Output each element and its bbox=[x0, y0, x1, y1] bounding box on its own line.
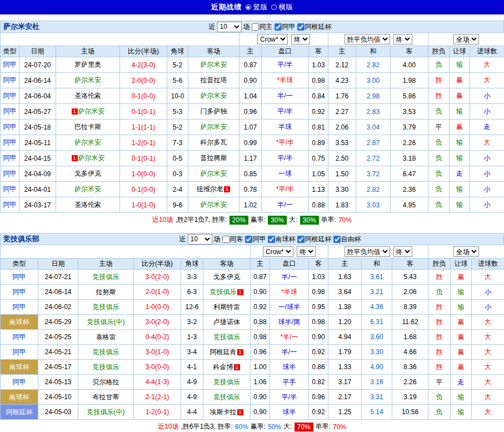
away-team-name: 竞技俱乐 bbox=[213, 378, 240, 386]
scope-select[interactable]: 全场 bbox=[453, 246, 479, 257]
match-count-select[interactable]: 10 bbox=[188, 234, 212, 245]
filter-checkbox[interactable] bbox=[222, 236, 229, 243]
home-team: 萨尔米安 bbox=[56, 73, 120, 88]
home-odds: 0.85 bbox=[239, 166, 262, 182]
handicap-line: 平/半 bbox=[262, 104, 309, 120]
handicap-result-cell: 输 bbox=[450, 104, 470, 120]
match-score: 1-0(0-0) bbox=[134, 300, 181, 315]
red-card-badge: 1 bbox=[72, 108, 78, 115]
home-team: 罗萨里奥 bbox=[56, 57, 120, 73]
filter-checkbox[interactable] bbox=[333, 236, 341, 243]
filter-checkbox[interactable] bbox=[275, 23, 282, 31]
filter-checkbox[interactable] bbox=[252, 23, 259, 31]
avg-home-odds: 4.23 bbox=[328, 73, 356, 88]
home-team-name: 拉努斯 bbox=[96, 288, 116, 296]
match-row: 阿甲24-05-271萨尔米安0-1(0-1)5-3门多萨独0.96平/半0.9… bbox=[1, 104, 504, 120]
away-team: 萨尔米安 bbox=[188, 166, 239, 182]
odds-state-select[interactable]: 终 bbox=[291, 34, 310, 44]
avg-state-select[interactable]: 终 bbox=[393, 246, 412, 257]
away-team-name: 戈多伊克 bbox=[213, 273, 240, 281]
away-team: 戈多伊克 bbox=[203, 270, 251, 285]
away-odds: 0.98 bbox=[309, 285, 328, 300]
away-team: 萨尔米安 bbox=[188, 57, 239, 73]
avg-away-odds: 2.26 bbox=[392, 375, 428, 390]
column-header: 胜负 bbox=[428, 46, 450, 57]
corner-score: 5-2 bbox=[167, 57, 188, 73]
corner-score: 3-3 bbox=[181, 270, 203, 285]
avg-type-select[interactable]: 胜平负均值 bbox=[345, 246, 390, 257]
footer-segment: 大: bbox=[283, 422, 292, 431]
home-team: 竞技俱乐(中) bbox=[78, 315, 134, 330]
avg-away-odds: 5.86 bbox=[391, 88, 428, 104]
home-team: 戈多伊克 bbox=[56, 166, 120, 182]
match-score: 1-1(1-1) bbox=[120, 120, 167, 135]
match-row: 阿甲24-04-01萨尔米安0-1(0-0)2-4纽维尔老10.78*平/半1.… bbox=[1, 182, 504, 197]
filter-option[interactable]: 阿根廷杯 bbox=[297, 235, 332, 244]
avg-draw-odds: 3.30 bbox=[362, 345, 392, 360]
goals-cell: 大 bbox=[470, 57, 504, 73]
layout-radio[interactable] bbox=[246, 4, 251, 10]
match-type: 阿甲 bbox=[1, 104, 19, 120]
odds-company-select[interactable]: Crow* bbox=[257, 34, 288, 44]
avg-away-odds: 3.79 bbox=[391, 120, 428, 135]
away-team-name: 科金博 bbox=[213, 363, 233, 371]
goals-cell: 小 bbox=[472, 285, 504, 300]
handicap-line: *半球 bbox=[270, 285, 309, 300]
odds-company-select[interactable]: Crow* bbox=[263, 246, 293, 257]
filter-label: 阿根廷杯 bbox=[305, 235, 332, 244]
filter-checkbox[interactable] bbox=[297, 236, 305, 243]
goals-cell: 小 bbox=[470, 104, 504, 120]
match-type: 阿甲 bbox=[1, 57, 19, 73]
corner-score: 5-2 bbox=[167, 120, 188, 135]
layout-radio[interactable] bbox=[271, 4, 277, 10]
away-odds: 0.86 bbox=[309, 360, 328, 375]
odds-state-select[interactable]: 终 bbox=[297, 246, 316, 257]
avg-home-odds: 4.94 bbox=[328, 330, 362, 345]
corner-score: 4-4 bbox=[181, 405, 203, 420]
home-odds: 1.02 bbox=[239, 197, 262, 213]
column-header: 比分(半场) bbox=[134, 259, 181, 270]
match-date: 24-06-04 bbox=[19, 88, 56, 104]
filter-option[interactable]: 南球杯 bbox=[268, 235, 296, 244]
away-team-name: 萨尔米安 bbox=[201, 123, 227, 131]
avg-draw-odds: 2.98 bbox=[356, 88, 391, 104]
corner-score: 0-3 bbox=[167, 166, 188, 182]
home-team-name: 竞技俱乐 bbox=[93, 363, 119, 371]
filter-option[interactable]: 阿根廷杯 bbox=[297, 22, 332, 32]
result-cell: 负 bbox=[428, 405, 451, 420]
scope-select[interactable]: 全场 bbox=[453, 34, 479, 44]
avg-draw-odds: 6.31 bbox=[362, 315, 392, 330]
filter-option[interactable]: 同客 bbox=[222, 235, 243, 244]
filter-checkbox[interactable] bbox=[245, 236, 252, 243]
filter-option[interactable]: 阿甲 bbox=[275, 22, 296, 32]
avg-state-select[interactable]: 终 bbox=[393, 34, 412, 44]
away-team: 利斯特雷 bbox=[203, 300, 251, 315]
filter-checkbox[interactable] bbox=[297, 23, 305, 31]
avg-type-select[interactable]: 胜平负均值 bbox=[345, 34, 390, 44]
home-team: 竞技俱乐 bbox=[78, 300, 134, 315]
filter-option[interactable]: 阿甲 bbox=[245, 235, 266, 244]
filter-option[interactable]: 同主 bbox=[252, 22, 273, 32]
away-odds: 0.96 bbox=[309, 390, 328, 405]
result-cell: 胜 bbox=[428, 88, 450, 104]
avg-select-cell: 胜平负均值终 bbox=[328, 245, 428, 259]
avg-home-odds: 1.83 bbox=[328, 197, 356, 213]
handicap-line: *平/半 bbox=[262, 182, 309, 197]
away-odds: 0.90 bbox=[309, 330, 328, 345]
home-team: 1萨尔米安 bbox=[56, 104, 120, 120]
stats-footer: 近10场,胜2平1负7, 胜率:20%赢率:30%大:30%单率:70% bbox=[0, 213, 504, 227]
team-panel: 萨尔米安杜 近10场同主阿甲阿根廷杯 Crow*终胜平负均值终全场 类型日期主场… bbox=[0, 21, 504, 227]
match-row: 阿甲24-04-151萨尔米安0-1(0-1)0-5普拉腾斯1.17平/半0.7… bbox=[1, 151, 504, 166]
home-team-name: 巴拉卡斯 bbox=[74, 123, 101, 131]
match-count-select[interactable]: 10 bbox=[217, 22, 242, 32]
handicap-result-cell: 赢 bbox=[451, 345, 472, 360]
home-odds: 1.00 bbox=[251, 360, 270, 375]
goals-cell: 走 bbox=[470, 120, 504, 135]
corner-score: 3-4 bbox=[181, 345, 203, 360]
home-team: 布拉甘蒂 bbox=[78, 390, 134, 405]
match-date: 24-05-17 bbox=[38, 360, 78, 375]
filter-option[interactable]: 自由杯 bbox=[333, 235, 361, 244]
filter-checkbox[interactable] bbox=[268, 236, 275, 243]
result-cell: 胜 bbox=[428, 345, 451, 360]
filter-label: 同主 bbox=[260, 22, 273, 32]
